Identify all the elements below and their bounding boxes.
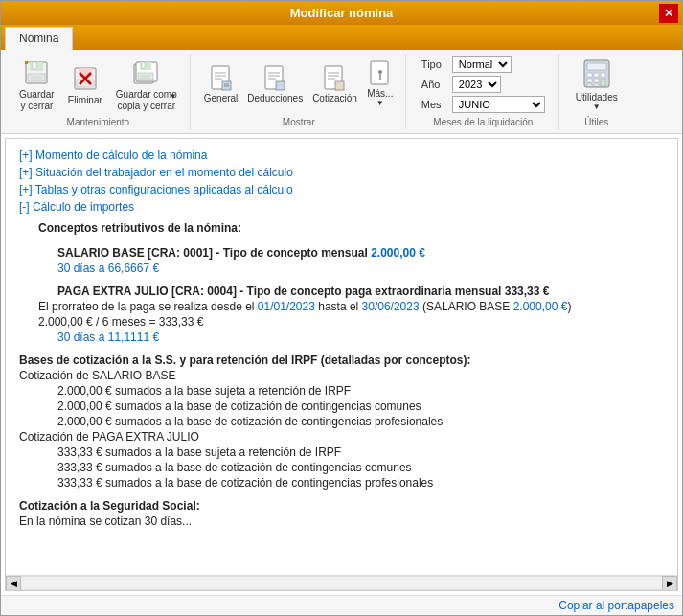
base-irpf-salario: 2.000,00 € sumados a la base sujeta a re… xyxy=(57,384,664,398)
svg-rect-46 xyxy=(587,84,592,86)
mostrar-buttons: General Deducciones xyxy=(200,54,398,115)
section-label-situacion: Situación del trabajador en el momento d… xyxy=(35,166,293,179)
hscroll-left-button[interactable]: ◀ xyxy=(6,576,21,591)
tab-nomina[interactable]: Nómina xyxy=(5,27,73,50)
svg-rect-4 xyxy=(31,76,42,80)
base-profesionales-salario: 2.000,00 € sumados a la base de cotizaci… xyxy=(57,415,664,428)
section-link-calculo[interactable]: [-] Cálculo de importes xyxy=(19,200,664,214)
anio-select[interactable]: 2021 2022 2023 2024 xyxy=(452,76,501,93)
seguridad-social-header: Cotización a la Seguridad Social: xyxy=(19,499,664,513)
group-utiles: Utilidades ▼ Útiles xyxy=(561,54,632,129)
cotizacion-button[interactable]: Cotización xyxy=(308,63,361,106)
conceptos-header: Conceptos retributivos de la nómina: xyxy=(38,221,664,235)
section-label-momento: Momento de cálculo de la nómina xyxy=(35,148,207,162)
group-meses: Tipo Normal Extra Atraso Año 2021 2 xyxy=(408,54,559,129)
svg-point-36 xyxy=(378,70,382,74)
bases-cotizacion-header: Bases de cotización a la S.S. y para ret… xyxy=(19,354,664,367)
cotizacion-salario-header: Cotización de SALARIO BASE xyxy=(19,369,664,382)
deducciones-icon xyxy=(262,66,288,93)
section-prefix-calculo: [-] xyxy=(19,200,33,214)
svg-rect-34 xyxy=(335,81,344,90)
cotizacion-paga-header: Cotización de PAGA EXTRA JULIO xyxy=(19,430,664,444)
svg-rect-41 xyxy=(594,73,599,77)
base-comunes-salario: 2.000,00 € sumados a la base de cotizaci… xyxy=(57,399,664,413)
salario-dias-line: 30 días a 66,6667 € xyxy=(57,262,664,275)
svg-rect-15 xyxy=(142,62,145,68)
salario-base-line: SALARIO BASE [CRA: 0001] - Tipo de conce… xyxy=(57,246,664,260)
content-scroll[interactable]: [+] Momento de cálculo de la nómina [+] … xyxy=(6,139,677,575)
group-mostrar: General Deducciones xyxy=(193,54,406,129)
window-title: Modificar nómina xyxy=(290,6,394,20)
mes-select[interactable]: ENEROFEBREROMARZO ABRILMAYOJUNIO JULIOAG… xyxy=(452,96,545,113)
section-link-tablas[interactable]: [+] Tablas y otras configuraciones aplic… xyxy=(19,183,664,196)
deducciones-button[interactable]: Deducciones xyxy=(243,63,307,106)
cotizacion-label: Cotización xyxy=(312,93,357,103)
svg-rect-42 xyxy=(601,73,605,77)
fecha-fin: 30/06/2023 xyxy=(362,300,420,313)
paga-dias-line: 30 días a 11,1111 € xyxy=(57,331,664,344)
dropdown-arrow: ▼ xyxy=(170,92,177,101)
mas-dropdown-arrow: ▼ xyxy=(376,99,384,107)
group-mantenimiento: Guardary cerrar xyxy=(7,54,191,129)
general-icon xyxy=(208,66,235,93)
utiles-dropdown-arrow: ▼ xyxy=(593,103,601,111)
svg-rect-43 xyxy=(587,79,592,82)
section-link-situacion[interactable]: [+] Situación del trabajador en el momen… xyxy=(19,166,664,179)
guardar-copia-button[interactable]: Guardar comocopia y cerrar ▼ xyxy=(111,55,182,115)
mas-button[interactable]: Más... ▼ xyxy=(363,58,398,110)
main-window: Modificar nómina ✕ Nómina xyxy=(0,0,683,616)
salario-base-amount: 2.000,00 € xyxy=(371,246,425,260)
tipo-label: Tipo xyxy=(421,58,448,70)
svg-rect-29 xyxy=(276,81,285,90)
salario-prorrateo: 2.000,00 € xyxy=(513,300,568,313)
svg-rect-44 xyxy=(594,79,599,82)
guardar-button[interactable]: Guardary cerrar xyxy=(14,55,59,115)
ribbon: Nómina xyxy=(1,25,682,134)
guardar-label: Guardary cerrar xyxy=(19,89,55,112)
meses-label: Meses de la liquidación xyxy=(433,117,533,127)
mes-row: Mes ENEROFEBREROMARZO ABRILMAYOJUNIO JUL… xyxy=(421,96,545,113)
calc-icon xyxy=(580,57,614,92)
svg-rect-2 xyxy=(33,62,36,69)
utiles-label: Útiles xyxy=(584,117,608,127)
section-prefix-tablas: [+] xyxy=(19,183,35,196)
svg-rect-5 xyxy=(25,61,28,64)
tipo-select[interactable]: Normal Extra Atraso xyxy=(452,56,512,73)
svg-rect-45 xyxy=(601,79,605,86)
fecha-inicio: 01/01/2023 xyxy=(258,300,315,313)
general-button[interactable]: General xyxy=(200,63,242,106)
svg-rect-40 xyxy=(587,73,592,77)
paga-extra-header: PAGA EXTRA JULIO [CRA: 0004] - Tipo de c… xyxy=(57,285,664,298)
hscroll-right-button[interactable]: ▶ xyxy=(662,576,677,591)
utilidades-button[interactable]: Utilidades ▼ xyxy=(569,55,625,114)
copy-portapapeles-link[interactable]: Copiar al portapapeles xyxy=(558,599,674,612)
cotizacion-icon xyxy=(321,66,348,93)
section-prefix-momento: [+] xyxy=(19,148,35,162)
svg-rect-17 xyxy=(140,75,150,79)
selectors: Tipo Normal Extra Atraso Año 2021 2 xyxy=(416,54,551,115)
mas-label: Más... xyxy=(367,88,393,99)
ribbon-tabs: Nómina xyxy=(1,25,682,50)
tipo-row: Tipo Normal Extra Atraso xyxy=(421,56,545,73)
section-link-momento[interactable]: [+] Momento de cálculo de la nómina xyxy=(19,148,664,162)
general-label: General xyxy=(204,93,239,103)
eliminar-label: Eliminar xyxy=(68,95,102,106)
nomina-cotiza-line: En la nómina se cotizan 30 días... xyxy=(19,514,664,528)
mas-icon xyxy=(367,61,394,88)
hscroll-track[interactable] xyxy=(21,576,662,590)
close-button[interactable]: ✕ xyxy=(659,4,678,23)
mantenimiento-label: Mantenimiento xyxy=(67,117,130,127)
base-irpf-paga: 333,33 € sumados a la base sujeta a rete… xyxy=(57,445,664,459)
section-prefix-situacion: [+] xyxy=(19,166,35,179)
guardar-copia-label: Guardar comocopia y cerrar xyxy=(116,89,177,112)
eliminar-button[interactable]: Eliminar xyxy=(63,60,107,109)
utilidades-label: Utilidades xyxy=(576,92,618,103)
title-bar: Modificar nómina ✕ xyxy=(1,1,682,25)
svg-rect-47 xyxy=(594,84,599,86)
svg-rect-39 xyxy=(587,63,606,70)
mostrar-label: Mostrar xyxy=(283,117,315,127)
delete-icon xyxy=(70,63,101,94)
content-area: [+] Momento de cálculo de la nómina [+] … xyxy=(5,138,678,591)
base-profesionales-paga: 333,33 € sumados a la base de cotización… xyxy=(57,476,664,490)
section-label-calculo: Cálculo de importes xyxy=(33,200,134,214)
